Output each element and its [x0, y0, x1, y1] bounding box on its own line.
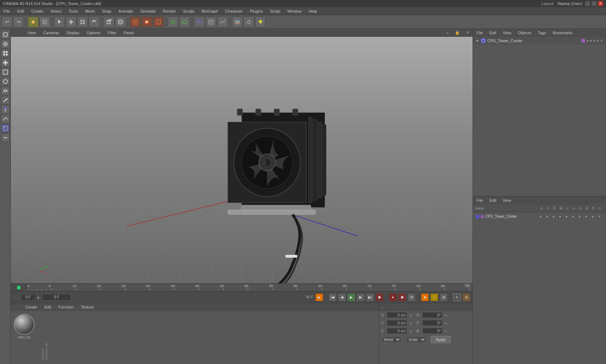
sidebar-use-texture[interactable]	[1, 40, 10, 48]
prop-row-cpu[interactable]: CPU_Tower_Cooler ● ● ● ● ● ● ● ● ● ✕	[474, 214, 605, 219]
menu-mesh[interactable]: Mesh	[84, 8, 96, 14]
menu-simulate[interactable]: Simulate	[139, 8, 157, 14]
material-item-cpu[interactable]: CPU_Co	[14, 314, 35, 339]
prop-e-val[interactable]: ●	[592, 215, 597, 218]
live-select-button[interactable]	[54, 17, 65, 27]
viewport-menu-cameras[interactable]: Cameras	[42, 30, 61, 36]
psr-button[interactable]: P	[453, 293, 461, 301]
render-region-button[interactable]	[130, 17, 141, 27]
pos-y-input[interactable]	[387, 320, 407, 326]
rot-h-input[interactable]	[422, 312, 442, 318]
menu-snap[interactable]: Snap	[101, 8, 113, 14]
light-button[interactable]	[255, 17, 266, 27]
sidebar-checkerboard[interactable]	[1, 49, 10, 58]
viewport[interactable]: Perspective	[11, 37, 473, 283]
goto-last-button[interactable]: ▶|	[366, 293, 374, 301]
model-mode-button[interactable]	[28, 17, 39, 27]
material-menu-edit[interactable]: Edit	[43, 304, 53, 310]
material-menu-function[interactable]: Function	[57, 304, 75, 310]
prop-a-val[interactable]: ●	[572, 215, 577, 218]
rp-menu-tags[interactable]: Tags	[536, 30, 548, 36]
sidebar-more[interactable]	[1, 133, 10, 142]
viewport-menu-display[interactable]: Display	[65, 30, 81, 36]
prop-x-val[interactable]: ✕	[598, 215, 603, 218]
sidebar-polygon[interactable]	[1, 77, 10, 86]
rotate-button[interactable]	[89, 17, 100, 27]
rp-menu-view[interactable]: View	[501, 30, 513, 36]
timeline-settings-button[interactable]: ⊞	[440, 293, 448, 301]
menu-create[interactable]: Create	[30, 8, 45, 14]
prev-frame-button[interactable]: ◀	[338, 293, 346, 301]
prop-l-val[interactable]: ●	[566, 215, 571, 218]
object-item-row[interactable]: CPU_Tower_Cooler ● ● ● ● ✕	[476, 38, 603, 43]
undo-button[interactable]: ↩	[1, 17, 12, 27]
next-frame-button[interactable]: ▶	[357, 293, 365, 301]
layer-button[interactable]	[232, 17, 243, 27]
rp-menu-bookmarks[interactable]: Bookmarks	[551, 30, 574, 36]
attr-menu-view[interactable]: View	[501, 197, 513, 203]
menu-help[interactable]: Help	[307, 8, 319, 14]
mesh-mode-button[interactable]	[39, 17, 50, 27]
viewport-menu-panel[interactable]: Panel	[122, 30, 135, 36]
deform-mode-button[interactable]	[179, 17, 190, 27]
snap-button[interactable]	[243, 17, 254, 27]
motion-record-button[interactable]: ⏺	[398, 293, 406, 301]
material-menu-texture[interactable]: Texture	[79, 304, 95, 310]
prop-d-val[interactable]: ●	[585, 215, 590, 218]
attr-menu-file[interactable]: File	[475, 197, 484, 203]
play-button[interactable]: ▶	[347, 293, 355, 301]
cube-button[interactable]	[104, 17, 114, 27]
sidebar-mirror[interactable]	[1, 86, 10, 95]
viewport-menu-view[interactable]: View	[26, 30, 38, 36]
maximize-button[interactable]: □	[592, 1, 597, 6]
sidebar-use-model[interactable]	[1, 30, 10, 39]
sidebar-paint[interactable]	[1, 105, 10, 114]
render-icon-button[interactable]: ▶	[315, 293, 323, 301]
object-mode-button[interactable]	[168, 17, 179, 27]
obj-m-icon[interactable]: ●	[597, 39, 599, 43]
viewport-expand-icon[interactable]: +	[444, 30, 450, 36]
menu-mograph[interactable]: MoGraph	[200, 8, 219, 14]
sidebar-edge[interactable]	[1, 68, 10, 76]
material-menu-create[interactable]: Create	[24, 304, 39, 310]
prop-g-val[interactable]: ●	[579, 215, 584, 218]
viewport-lock-icon[interactable]: 🔒	[454, 30, 460, 36]
obj-vis-icon[interactable]: ●	[587, 39, 588, 43]
render-button[interactable]	[141, 17, 152, 27]
move-button[interactable]	[66, 17, 76, 27]
current-frame-input-mid[interactable]	[42, 294, 71, 301]
sidebar-sculpt[interactable]	[1, 115, 10, 123]
obj-close-icon[interactable]: ✕	[600, 39, 603, 43]
pos-z-input[interactable]	[387, 328, 407, 334]
menu-tools[interactable]: Tools	[67, 8, 79, 14]
menu-plugins[interactable]: Plugins	[249, 8, 264, 14]
menu-animate[interactable]: Animate	[117, 8, 135, 14]
rp-menu-objects[interactable]: Objects	[516, 30, 532, 36]
menu-render[interactable]: Render	[162, 8, 177, 14]
attr-menu-edit[interactable]: Edit	[488, 197, 498, 203]
timeline-ruler[interactable]: 0 5 10 15 20 25 30 35 40 45 50 55 60 65	[27, 284, 473, 291]
prop-r-val[interactable]: ●	[553, 215, 558, 218]
viewport-menu-options[interactable]: Options	[85, 30, 102, 36]
paint-button[interactable]	[194, 17, 205, 27]
goto-first-button[interactable]: |◀	[329, 293, 337, 301]
prop-s-val[interactable]: ●	[540, 215, 545, 218]
menu-file[interactable]: File	[2, 8, 12, 14]
sphere-button[interactable]	[115, 17, 126, 27]
redo-button[interactable]: ↪	[13, 17, 24, 27]
sidebar-magnet[interactable]	[1, 124, 10, 133]
menu-select[interactable]: Select	[49, 8, 63, 14]
mode-select[interactable]: Scale Position Rotation	[406, 336, 426, 343]
playback-settings-button[interactable]: ⚙	[408, 293, 416, 301]
texture-tag-button[interactable]	[206, 17, 216, 27]
spline-button[interactable]	[217, 17, 228, 27]
scale-button[interactable]	[77, 17, 88, 27]
minimize-button[interactable]: ─	[585, 1, 590, 6]
obj-lock-icon[interactable]: ●	[593, 39, 595, 43]
timeline-orange-button[interactable]: ■	[421, 293, 429, 301]
render-settings-button[interactable]: R	[153, 17, 164, 27]
editor-toggle-button[interactable]: ⊟	[462, 293, 470, 301]
timeline-yellow-button[interactable]: □	[430, 293, 438, 301]
prop-v-val[interactable]: ●	[546, 215, 551, 218]
pos-x-input[interactable]	[387, 312, 407, 318]
